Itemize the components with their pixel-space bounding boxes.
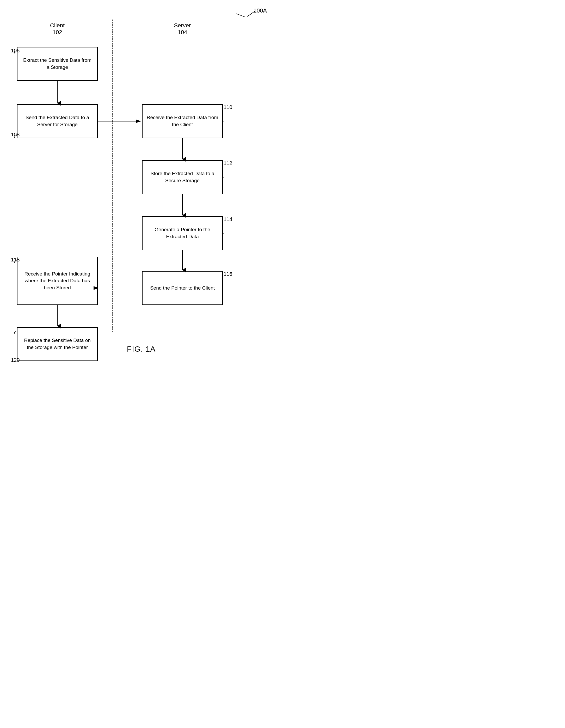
client-number: 102 (16, 29, 99, 36)
ref-110: 110 (224, 104, 232, 110)
figure-label-text: 100A (254, 7, 267, 14)
ref-116: 116 (224, 271, 232, 277)
ref-106: 106 (11, 48, 20, 54)
box-116: Send the Pointer to the Client (142, 271, 223, 305)
server-title: Server (174, 22, 191, 29)
client-column-header: Client 102 (16, 22, 99, 36)
box-118-text: Receive the Pointer Indicating where the… (21, 271, 93, 291)
box-108: Send the Extracted Data to a Server for … (17, 104, 98, 138)
label-arrow (247, 11, 255, 17)
box-114: Generate a Pointer to the Extracted Data (142, 216, 223, 250)
figure-caption: FIG. 1A (127, 345, 156, 353)
column-divider (112, 20, 113, 332)
ref-108: 108 (11, 132, 20, 138)
box-110: Receive the Extracted Data from the Clie… (142, 104, 223, 138)
figure-label-top: 100A (254, 7, 267, 14)
box-114-text: Generate a Pointer to the Extracted Data (146, 226, 218, 240)
box-120: Replace the Sensitive Data on the Storag… (17, 327, 98, 361)
ref-112: 112 (224, 160, 232, 166)
box-106-text: Extract the Sensitive Data from a Storag… (21, 57, 93, 71)
diagram-container: 100A Client 102 Server 104 Extract the S… (0, 0, 283, 364)
server-number: 104 (141, 29, 224, 36)
box-108-text: Send the Extracted Data to a Server for … (21, 114, 93, 128)
box-112: Store the Extracted Data to a Secure Sto… (142, 160, 223, 194)
client-title: Client (50, 22, 65, 29)
box-106: Extract the Sensitive Data from a Storag… (17, 47, 98, 81)
box-116-text: Send the Pointer to the Client (150, 285, 215, 292)
ref-120: 120 (11, 357, 20, 363)
box-118: Receive the Pointer Indicating where the… (17, 257, 98, 305)
ref-118: 118 (11, 257, 20, 263)
box-120-text: Replace the Sensitive Data on the Storag… (21, 337, 93, 351)
box-112-text: Store the Extracted Data to a Secure Sto… (146, 170, 218, 184)
box-110-text: Receive the Extracted Data from the Clie… (146, 114, 218, 128)
ref-114: 114 (224, 216, 232, 222)
100a-arrow-line (236, 14, 245, 17)
server-column-header: Server 104 (141, 22, 224, 36)
ref-120-bracket (14, 331, 17, 334)
